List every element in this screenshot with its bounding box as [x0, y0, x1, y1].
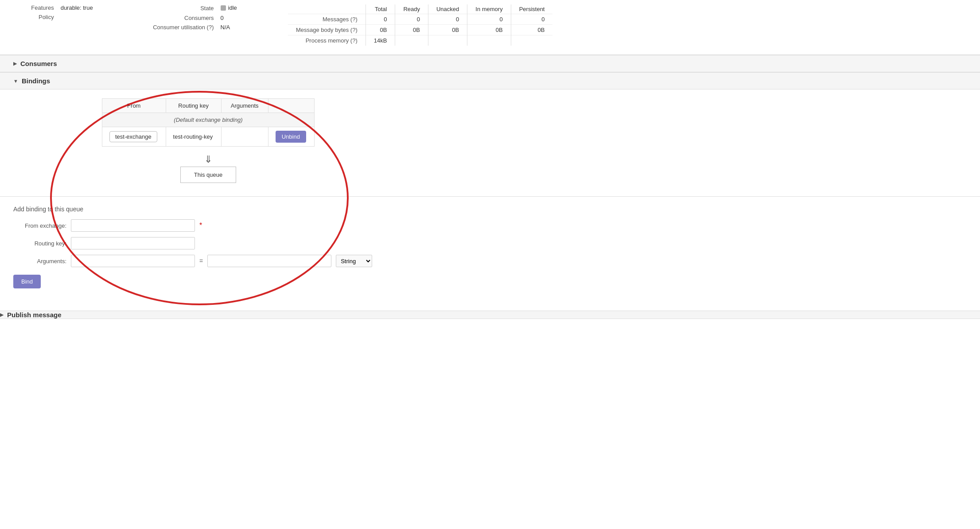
bind-button[interactable]: Bind: [13, 275, 41, 288]
bindings-table-container: From Routing key Arguments (Default exch…: [102, 98, 315, 147]
stats-header-unacked: Unacked: [428, 4, 467, 14]
features-value: durable: true: [61, 4, 111, 11]
messages-label: Messages (?): [288, 14, 366, 25]
stats-row-process-memory: Process memory (?) 14kB: [288, 35, 552, 46]
unbind-button[interactable]: Unbind: [276, 131, 306, 143]
binding-exchange-cell: test-exchange: [102, 127, 166, 147]
consumer-util-label: Consumer utilisation (?): [137, 24, 214, 31]
consumers-label: Consumers: [137, 15, 214, 21]
details-section: Features durable: true Policy State idle…: [0, 0, 980, 55]
stats-header-inmemory: In memory: [467, 4, 511, 14]
queue-box: This queue: [180, 167, 236, 183]
messages-ready: 0: [395, 14, 428, 25]
body-bytes-ready: 0B: [395, 25, 428, 35]
col-arguments: Arguments: [221, 99, 268, 113]
stats-header-total: Total: [366, 4, 395, 14]
from-exchange-row: From exchange: *: [13, 219, 967, 232]
required-star: *: [199, 222, 202, 229]
consumers-arrow: ▶: [13, 61, 17, 66]
process-memory-total: 14kB: [366, 35, 395, 46]
stats-header-ready: Ready: [395, 4, 428, 14]
default-binding-label: (Default exchange binding): [102, 113, 315, 127]
state-indicator: idle: [221, 4, 237, 11]
col-routing-key: Routing key: [166, 99, 221, 113]
stats-row-messages: Messages (?) 0 0 0 0 0: [288, 14, 552, 25]
publish-section-header[interactable]: ▶ Publish message: [0, 311, 980, 319]
body-bytes-label: Message body bytes (?): [288, 25, 366, 35]
consumers-section-header[interactable]: ▶ Consumers: [0, 55, 980, 72]
messages-unacked: 0: [428, 14, 467, 25]
bindings-title: Bindings: [22, 77, 50, 85]
arguments-label: Arguments:: [13, 258, 66, 264]
exchange-badge: test-exchange: [109, 131, 157, 142]
from-exchange-input[interactable]: [71, 219, 195, 232]
body-bytes-unacked: 0B: [428, 25, 467, 35]
consumers-value: 0: [221, 15, 253, 21]
state-value: idle: [221, 4, 253, 12]
add-binding-section: Add binding to this queue From exchange:…: [0, 196, 980, 302]
messages-inmemory: 0: [467, 14, 511, 25]
state-dot: [221, 5, 226, 11]
col-from: From: [102, 99, 166, 113]
process-memory-unacked: [428, 35, 467, 46]
process-memory-ready: [395, 35, 428, 46]
equals-sign: =: [199, 257, 203, 264]
consumer-util-value: N/A: [221, 24, 253, 31]
default-binding-row: (Default exchange binding): [102, 113, 315, 127]
bindings-content: From Routing key Arguments (Default exch…: [0, 89, 980, 196]
bindings-table: From Routing key Arguments (Default exch…: [102, 98, 315, 147]
process-memory-label: Process memory (?): [288, 35, 366, 46]
consumers-title: Consumers: [20, 60, 57, 67]
publish-title: Publish message: [7, 311, 62, 319]
flow-arrow: ⇓: [204, 155, 212, 164]
publish-arrow: ▶: [0, 312, 4, 318]
stats-row-body-bytes: Message body bytes (?) 0B 0B 0B 0B 0B: [288, 25, 552, 35]
body-bytes-inmemory: 0B: [467, 25, 511, 35]
type-select[interactable]: String Number Boolean: [336, 255, 372, 267]
bindings-section-header[interactable]: ▼ Bindings: [0, 72, 980, 89]
binding-row: test-exchange test-routing-key Unbind: [102, 127, 315, 147]
arguments-key-input[interactable]: [71, 255, 195, 267]
bindings-arrow: ▼: [13, 78, 18, 84]
arguments-value-input[interactable]: [207, 255, 331, 267]
arguments-row: Arguments: = String Number Boolean: [13, 255, 967, 267]
stats-header-persistent: Persistent: [511, 4, 552, 14]
flow-container: ⇓ This queue: [102, 152, 315, 183]
process-memory-inmemory: [467, 35, 511, 46]
process-memory-persistent: [511, 35, 552, 46]
messages-total: 0: [366, 14, 395, 25]
routing-key-label: Routing key:: [13, 240, 66, 247]
routing-key-row: Routing key:: [13, 237, 967, 249]
binding-arguments-cell: [221, 127, 268, 147]
body-bytes-total: 0B: [366, 25, 395, 35]
from-exchange-label: From exchange:: [13, 222, 66, 229]
messages-persistent: 0: [511, 14, 552, 25]
state-text: idle: [228, 4, 237, 11]
routing-key-input[interactable]: [71, 237, 195, 249]
policy-label: Policy: [13, 14, 54, 20]
features-label: Features: [13, 4, 54, 11]
stats-table: Total Ready Unacked In memory Persistent…: [288, 4, 552, 46]
col-actions: [268, 99, 314, 113]
page-container: Features durable: true Policy State idle…: [0, 0, 980, 529]
binding-actions-cell: Unbind: [268, 127, 314, 147]
state-label: State: [137, 5, 214, 12]
add-binding-title: Add binding to this queue: [13, 206, 967, 213]
body-bytes-persistent: 0B: [511, 25, 552, 35]
binding-routing-key-cell: test-routing-key: [166, 127, 221, 147]
